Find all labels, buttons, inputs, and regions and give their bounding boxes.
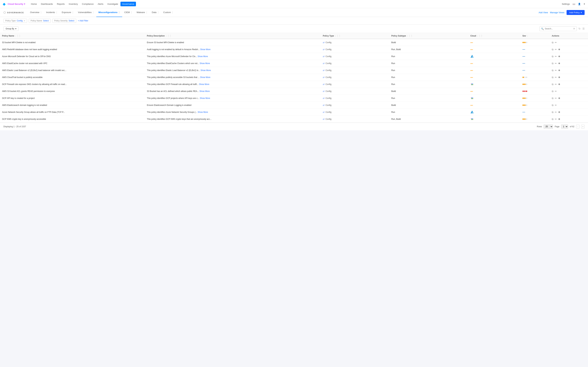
copy-icon[interactable]: ⧉ — [552, 83, 553, 86]
exposure-menu-icon[interactable]: ⋮ — [72, 11, 74, 14]
share-icon[interactable]: ✱ — [558, 48, 560, 51]
col-policy-name[interactable]: Policy Name ↕ ⋮⋮ — [0, 33, 145, 39]
custom-menu-icon[interactable]: ⋮ — [172, 11, 173, 14]
tab-ciem[interactable]: CIEM ⋮ — [122, 8, 135, 17]
search-input[interactable] — [545, 27, 572, 30]
drag-policy-name[interactable]: ⋮⋮ — [17, 35, 21, 37]
copy-icon[interactable]: ⧉ — [552, 62, 553, 65]
share-icon[interactable]: ✱ — [558, 69, 560, 72]
show-more-link[interactable]: Show More — [199, 90, 210, 92]
copy-icon[interactable]: ⧉ — [552, 76, 553, 79]
show-more-link[interactable]: Show More — [200, 48, 211, 51]
show-more-link[interactable]: Show More — [199, 83, 209, 85]
nav-reports[interactable]: Reports — [55, 2, 67, 6]
docs-icon[interactable]: 📖 — [572, 3, 575, 5]
add-policy-button[interactable]: Add Policy ▾ — [567, 10, 585, 15]
share-icon[interactable]: ✱ — [558, 111, 560, 114]
edit-icon[interactable]: ✏ — [555, 90, 557, 93]
settings-link[interactable]: Settings — [562, 3, 570, 5]
col-cloud[interactable]: Cloud ↕ ⋮⋮ — [468, 33, 520, 39]
search-clear-button[interactable]: ✕ — [573, 27, 575, 30]
drag-policy-description[interactable]: ⋮⋮ — [167, 35, 171, 37]
nav-investigate[interactable]: Investigate — [106, 2, 120, 6]
page-select[interactable]: 1 — [561, 125, 568, 129]
drag-policy-subtype[interactable]: ⋮⋮ — [408, 35, 413, 37]
next-page-button[interactable]: › — [581, 125, 585, 128]
nav-alerts[interactable]: Alerts — [96, 2, 105, 6]
col-policy-subtype[interactable]: Policy Subtype ↕ ⋮⋮ — [389, 33, 468, 39]
prev-page-button[interactable]: ‹ — [576, 125, 579, 128]
rows-per-page-select[interactable]: 25 50 100 — [544, 125, 553, 129]
edit-icon[interactable]: ✏ — [555, 55, 557, 58]
malware-menu-icon[interactable]: ⋮ — [146, 11, 148, 14]
share-icon[interactable]: ✱ — [558, 55, 560, 58]
col-policy-type[interactable]: Policy Type ↕ ⋮⋮ — [321, 33, 389, 39]
share-icon[interactable]: ✱ — [558, 76, 560, 79]
copy-icon[interactable]: ⧉ — [552, 69, 553, 72]
nav-compliance[interactable]: Compliance — [80, 2, 95, 6]
columns-button[interactable]: ☰ — [582, 27, 585, 30]
nav-dashboards[interactable]: Dashboards — [39, 2, 54, 6]
sort-policy-name[interactable]: ↕ — [15, 35, 16, 37]
copy-icon[interactable]: ⧉ — [552, 118, 553, 121]
app-selector[interactable]: Cloud Security ▾ — [8, 3, 25, 5]
drag-policy-type[interactable]: ⋮⋮ — [337, 35, 341, 37]
show-more-link[interactable]: Show More — [201, 69, 211, 72]
nav-inventory[interactable]: Inventory — [67, 2, 79, 6]
tab-data[interactable]: Data ⋮ — [150, 8, 161, 17]
copy-icon[interactable]: ⧉ — [552, 104, 553, 107]
filter-policy-severity[interactable]: Policy Severity Select — [52, 19, 76, 23]
filter-policy-type-close[interactable]: ✕ — [24, 20, 25, 22]
edit-icon[interactable]: ✏ — [555, 83, 557, 86]
edit-icon[interactable]: ✏ — [555, 111, 557, 114]
tab-misconfigurations[interactable]: Misconfigurations ⋮ — [96, 8, 122, 17]
copy-icon[interactable]: ⧉ — [552, 48, 553, 51]
share-icon[interactable]: ✱ — [558, 118, 560, 120]
tab-vulnerabilities[interactable]: Vulnerabilities ⋮ — [76, 8, 96, 17]
tab-incidents[interactable]: Incidents ⋮ — [44, 8, 60, 17]
edit-icon[interactable]: ✏ — [555, 104, 557, 107]
col-severity[interactable]: Sev ↕ — [520, 33, 550, 39]
copy-icon[interactable]: ⧉ — [552, 111, 553, 114]
user-avatar[interactable]: 👤 — [578, 3, 581, 5]
sort-policy-type[interactable]: ↕ — [335, 35, 336, 37]
vulnerabilities-menu-icon[interactable]: ⋮ — [92, 11, 94, 14]
data-menu-icon[interactable]: ⋮ — [157, 11, 159, 14]
sort-policy-subtype[interactable]: ↕ — [407, 35, 408, 37]
col-policy-description[interactable]: Policy Description ↕ ⋮⋮ — [145, 33, 321, 39]
edit-icon[interactable]: ✏ — [555, 97, 557, 100]
share-icon[interactable]: ✱ — [558, 62, 560, 65]
edit-icon[interactable]: ✏ — [555, 69, 557, 72]
group-by-button[interactable]: Group By ▾ — [3, 26, 18, 31]
edit-icon[interactable]: ✏ — [555, 48, 557, 51]
edit-icon[interactable]: ✏ — [555, 118, 557, 120]
sort-policy-description[interactable]: ↕ — [166, 35, 167, 37]
drag-cloud[interactable]: ⋮⋮ — [479, 35, 483, 37]
tab-malware[interactable]: Malware ⋮ — [135, 8, 150, 17]
overview-menu-icon[interactable]: ⋮ — [40, 11, 42, 14]
misconfigurations-menu-icon[interactable]: ⋮ — [118, 11, 120, 14]
show-more-link[interactable]: Show More — [198, 111, 208, 113]
filter-policy-name[interactable]: Policy Name Select — [29, 19, 51, 23]
show-more-link[interactable]: Show More — [200, 76, 210, 78]
tab-overview[interactable]: Overview ⋮ — [28, 8, 44, 17]
ciem-menu-icon[interactable]: ⋮ — [130, 11, 132, 14]
incidents-menu-icon[interactable]: ⋮ — [56, 11, 58, 14]
assistant-icon[interactable]: ✦ — [583, 3, 585, 5]
copy-icon[interactable]: ⧉ — [552, 55, 553, 58]
nav-governance[interactable]: Governance — [121, 2, 136, 6]
show-more-link[interactable]: Show More — [199, 62, 210, 65]
show-more-link[interactable]: Show More — [198, 55, 208, 58]
nav-home[interactable]: Home — [29, 2, 39, 6]
copy-icon[interactable]: ⧉ — [552, 41, 553, 44]
sort-cloud[interactable]: ↕ — [477, 35, 478, 37]
sort-severity[interactable]: ↕ — [527, 35, 528, 37]
copy-icon[interactable]: ⧉ — [552, 90, 553, 93]
tab-custom[interactable]: Custom ⋮ — [161, 8, 176, 17]
share-icon[interactable]: ✱ — [558, 97, 560, 100]
add-view-button[interactable]: Add View — [539, 11, 548, 14]
manage-views-button[interactable]: Manage Views — [550, 11, 564, 14]
edit-icon[interactable]: ✏ — [555, 76, 557, 79]
share-icon[interactable]: ✱ — [558, 83, 560, 86]
edit-icon[interactable]: ✏ — [555, 41, 557, 44]
